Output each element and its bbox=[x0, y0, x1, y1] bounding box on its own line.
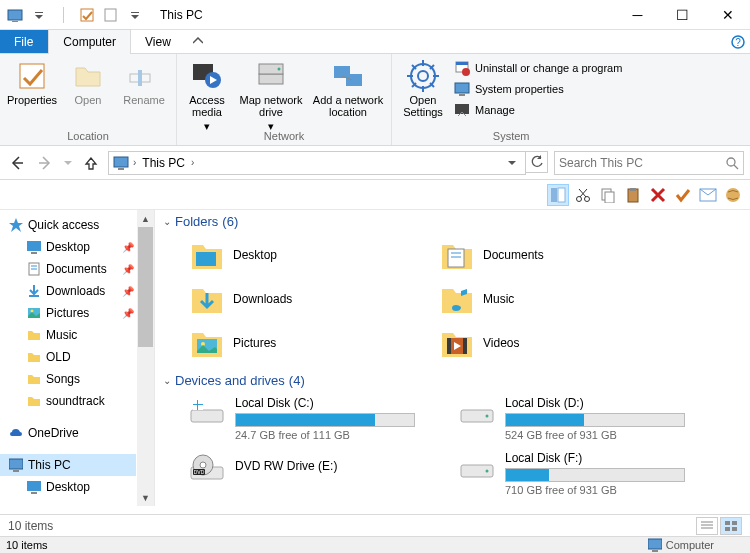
address-bar[interactable]: › This PC › bbox=[108, 151, 526, 175]
qat-properties-icon[interactable] bbox=[76, 4, 98, 26]
scroll-thumb[interactable] bbox=[138, 227, 153, 347]
rename-button[interactable]: Rename bbox=[118, 58, 170, 106]
maximize-button[interactable]: ☐ bbox=[660, 0, 705, 30]
delete-button[interactable] bbox=[647, 184, 669, 206]
nav-scrollbar[interactable]: ▲ ▼ bbox=[137, 210, 154, 506]
confirm-button[interactable] bbox=[672, 184, 694, 206]
svg-rect-5 bbox=[105, 9, 116, 21]
desktop-icon bbox=[26, 479, 42, 495]
nav-old[interactable]: OLD bbox=[0, 346, 136, 368]
folder-desktop[interactable]: Desktop bbox=[163, 233, 413, 277]
system-properties-button[interactable]: System properties bbox=[452, 79, 624, 99]
breadcrumb-this-pc[interactable]: This PC bbox=[140, 156, 187, 170]
ribbon-group-label: Network bbox=[177, 130, 391, 142]
tab-file[interactable]: File bbox=[0, 30, 48, 53]
open-settings-button[interactable]: Open Settings bbox=[398, 58, 448, 120]
svg-point-85 bbox=[200, 462, 206, 468]
folder-downloads[interactable]: Downloads bbox=[163, 277, 413, 321]
toolstrip-layout-button[interactable] bbox=[547, 184, 569, 206]
address-dropdown[interactable] bbox=[503, 159, 521, 167]
details-view-button[interactable] bbox=[696, 517, 718, 535]
nav-downloads[interactable]: Downloads📌 bbox=[0, 280, 136, 302]
scroll-up-icon[interactable]: ▲ bbox=[137, 210, 154, 227]
copy-button[interactable] bbox=[597, 184, 619, 206]
qat-new-icon[interactable] bbox=[100, 4, 122, 26]
back-button[interactable] bbox=[6, 152, 28, 174]
access-media-button[interactable]: Access media ▾ bbox=[183, 58, 231, 133]
nav-documents[interactable]: Documents📌 bbox=[0, 258, 136, 280]
history-dropdown[interactable] bbox=[62, 152, 74, 174]
open-button[interactable]: Open bbox=[62, 58, 114, 106]
nav-songs[interactable]: Songs bbox=[0, 368, 136, 390]
drive-e[interactable]: DVD DVD RW Drive (E:) bbox=[163, 447, 433, 502]
scroll-down-icon[interactable]: ▼ bbox=[137, 489, 154, 506]
close-button[interactable]: ✕ bbox=[705, 0, 750, 30]
nav-this-pc[interactable]: This PC bbox=[0, 454, 136, 476]
nav-pc-desktop[interactable]: Desktop bbox=[0, 476, 136, 498]
uninstall-icon bbox=[454, 60, 470, 76]
nav-onedrive[interactable]: OneDrive bbox=[0, 422, 136, 444]
folder-music[interactable]: Music bbox=[413, 277, 663, 321]
search-input[interactable] bbox=[559, 156, 721, 170]
nav-pictures[interactable]: Pictures📌 bbox=[0, 302, 136, 324]
up-button[interactable] bbox=[80, 152, 102, 174]
toolstrip-globe-button[interactable] bbox=[722, 184, 744, 206]
tab-computer[interactable]: Computer bbox=[48, 29, 131, 54]
crumb-chevron-icon[interactable]: › bbox=[133, 157, 136, 168]
svg-rect-62 bbox=[9, 459, 23, 469]
search-box[interactable] bbox=[554, 151, 744, 175]
ribbon-collapse-icon[interactable] bbox=[186, 30, 210, 53]
ribbon-group-location: Properties Open Rename Location bbox=[0, 54, 177, 145]
paste-button[interactable] bbox=[622, 184, 644, 206]
crumb-chevron-icon[interactable]: › bbox=[191, 157, 194, 168]
add-network-location-button[interactable]: Add a network location bbox=[311, 58, 385, 133]
cut-button[interactable] bbox=[572, 184, 594, 206]
svg-rect-55 bbox=[31, 252, 37, 254]
drive-d[interactable]: Local Disk (D:)524 GB free of 931 GB bbox=[433, 392, 703, 447]
system-menu-icon[interactable] bbox=[4, 4, 26, 26]
folder-pictures[interactable]: Pictures bbox=[163, 321, 413, 365]
svg-rect-73 bbox=[447, 338, 451, 354]
tool-strip bbox=[0, 180, 750, 210]
properties-button[interactable]: Properties bbox=[6, 58, 58, 106]
nav-music[interactable]: Music bbox=[0, 324, 136, 346]
minimize-button[interactable]: ─ bbox=[615, 0, 660, 30]
search-icon[interactable] bbox=[725, 156, 739, 170]
folder-documents[interactable]: Documents bbox=[413, 233, 663, 277]
ribbon-tabs: File Computer View ? bbox=[0, 30, 750, 54]
svg-rect-98 bbox=[652, 550, 658, 552]
properties-icon bbox=[16, 60, 48, 92]
os-drive-icon bbox=[189, 396, 225, 432]
chevron-down-icon: ⌄ bbox=[163, 375, 171, 386]
folders-header[interactable]: ⌄Folders (6) bbox=[163, 214, 742, 229]
nav-soundtrack[interactable]: soundtrack bbox=[0, 390, 136, 412]
svg-rect-80 bbox=[198, 405, 203, 410]
folder-videos[interactable]: Videos bbox=[413, 321, 663, 365]
forward-button[interactable] bbox=[34, 152, 56, 174]
svg-point-45 bbox=[585, 196, 590, 201]
nav-desktop[interactable]: Desktop📌 bbox=[0, 236, 136, 258]
drives-header[interactable]: ⌄Devices and drives (4) bbox=[163, 373, 742, 388]
svg-rect-38 bbox=[114, 157, 128, 167]
qat-dropdown-icon[interactable] bbox=[28, 4, 50, 26]
pc-icon bbox=[113, 155, 129, 171]
toolstrip-mail-button[interactable] bbox=[697, 184, 719, 206]
nav-quick-access[interactable]: Quick access bbox=[0, 214, 136, 236]
quick-access-toolbar bbox=[0, 4, 150, 26]
manage-button[interactable]: Manage bbox=[452, 100, 624, 120]
help-icon[interactable]: ? bbox=[726, 30, 750, 53]
pin-icon: 📌 bbox=[122, 308, 134, 319]
svg-point-44 bbox=[577, 196, 582, 201]
tiles-view-button[interactable] bbox=[720, 517, 742, 535]
desktop-icon bbox=[26, 239, 42, 255]
refresh-button[interactable] bbox=[526, 151, 548, 173]
uninstall-button[interactable]: Uninstall or change a program bbox=[452, 58, 624, 78]
open-label: Open bbox=[75, 94, 102, 106]
map-network-drive-button[interactable]: Map network drive ▾ bbox=[235, 58, 307, 133]
drive-c[interactable]: Local Disk (C:)24.7 GB free of 111 GB bbox=[163, 392, 433, 447]
access-media-icon bbox=[191, 60, 223, 92]
tab-view[interactable]: View bbox=[131, 30, 186, 53]
bottom-item-count: 10 items bbox=[6, 539, 48, 551]
drive-f[interactable]: Local Disk (F:)710 GB free of 931 GB bbox=[433, 447, 703, 502]
qat-dropdown-icon[interactable] bbox=[124, 4, 146, 26]
